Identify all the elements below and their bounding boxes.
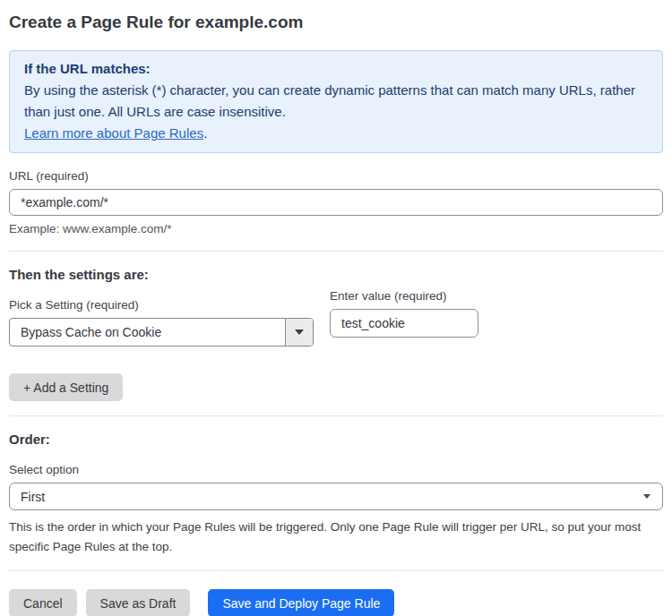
divider xyxy=(9,570,663,571)
add-setting-button[interactable]: + Add a Setting xyxy=(9,373,123,401)
chevron-down-icon xyxy=(643,494,650,499)
settings-section-heading: Then the settings are: xyxy=(9,267,663,282)
setting-picker-column: Pick a Setting (required) Bypass Cache o… xyxy=(9,282,314,346)
url-label: URL (required) xyxy=(9,169,663,183)
setting-select-value: Bypass Cache on Cookie xyxy=(10,319,285,346)
setting-value-label: Enter value (required) xyxy=(330,289,478,303)
info-box-body: By using the asterisk (*) character, you… xyxy=(24,80,648,123)
url-match-info-box: If the URL matches: By using the asteris… xyxy=(9,50,663,153)
divider xyxy=(9,251,663,252)
chevron-down-icon xyxy=(295,329,304,335)
url-example-text: Example: www.example.com/* xyxy=(9,222,663,235)
create-page-rule-form: Create a Page Rule for example.com If th… xyxy=(0,0,672,616)
page-title: Create a Page Rule for example.com xyxy=(9,0,663,32)
order-help-text: This is the order in which your Page Rul… xyxy=(9,518,663,557)
order-select[interactable]: First xyxy=(9,483,663,510)
save-as-draft-button[interactable]: Save as Draft xyxy=(86,589,191,616)
setting-value-input[interactable] xyxy=(330,309,478,338)
order-section-heading: Order: xyxy=(9,432,663,447)
setting-picker-label: Pick a Setting (required) xyxy=(9,298,314,312)
settings-row: Pick a Setting (required) Bypass Cache o… xyxy=(9,282,663,346)
info-box-heading: If the URL matches: xyxy=(24,58,648,80)
order-select-value: First xyxy=(21,490,45,504)
link-suffix: . xyxy=(203,125,207,141)
order-select-label: Select option xyxy=(9,463,663,476)
learn-more-link[interactable]: Learn more about Page Rules xyxy=(24,125,203,141)
setting-value-column: Enter value (required) xyxy=(330,282,478,338)
setting-select[interactable]: Bypass Cache on Cookie xyxy=(9,318,314,346)
url-input[interactable] xyxy=(9,189,663,216)
divider xyxy=(9,415,663,416)
save-and-deploy-button[interactable]: Save and Deploy Page Rule xyxy=(208,589,394,616)
setting-select-dropdown-button[interactable] xyxy=(285,319,313,346)
info-box-link-line: Learn more about Page Rules. xyxy=(24,123,648,144)
footer-buttons: Cancel Save as Draft Save and Deploy Pag… xyxy=(9,589,663,616)
cancel-button[interactable]: Cancel xyxy=(9,589,77,616)
